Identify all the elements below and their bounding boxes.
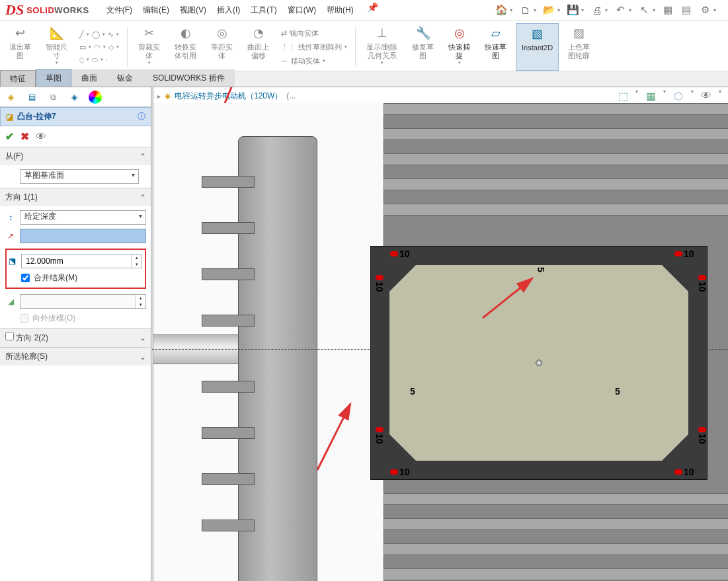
menu-file[interactable]: 文件(F) — [102, 2, 136, 19]
tab-plugins[interactable]: SOLIDWORKS 插件 — [143, 69, 235, 87]
draft-outward-checkbox — [20, 314, 28, 323]
panel-splitter[interactable] — [151, 87, 153, 581]
menu-tool[interactable]: 工具(T) — [247, 2, 280, 19]
rebuild-icon[interactable]: ▦ — [662, 4, 674, 16]
menu-edit[interactable]: 编辑(E) — [139, 2, 173, 19]
draft-angle-input[interactable]: ▴▾ — [20, 294, 146, 309]
dimension-label[interactable]: 10 — [697, 427, 708, 444]
appearance-tab-icon[interactable] — [89, 91, 102, 104]
hide-show-icon[interactable]: 👁 — [699, 89, 713, 103]
menu-window[interactable]: 窗口(W) — [284, 2, 320, 19]
trim-entities-button[interactable]: ✂剪裁实 体▾ — [133, 23, 165, 71]
dimxpert-tab-icon[interactable]: ◈ — [67, 91, 81, 104]
surface-offset-button[interactable]: ◔曲面上 偏移 — [242, 23, 274, 71]
convert-entities-button[interactable]: ◐转换实 体引用 — [169, 23, 202, 71]
select-icon[interactable]: ↖ — [638, 4, 650, 16]
annotation-arrow — [218, 87, 271, 112]
print-icon[interactable]: 🖨 — [590, 4, 602, 16]
grid-icon[interactable]: ▤ — [680, 4, 692, 16]
dimension-label[interactable]: 10 — [697, 275, 708, 292]
feature-tree-tab-icon[interactable]: ◈ — [4, 91, 17, 104]
direction1-section-header[interactable]: 方向 1(1)⌃ — [0, 188, 151, 206]
annotation-highlight-box: ⬔ ▴▾ 合并结果(M) — [5, 249, 146, 289]
merge-result-label: 合并结果(M) — [34, 272, 77, 284]
extrude-boss-icon: ◪ — [6, 112, 13, 122]
ribbon: ↩退出草 图 📐智能尺 寸▾ ╱▾◯▾∿▾ ▭▾◠▾◇▾ ⬯▾⬭▾· ✂剪裁实 … — [0, 20, 728, 71]
end-condition-select[interactable]: 给定深度 — [20, 210, 146, 225]
menu-pin-icon[interactable]: 📌 — [367, 2, 378, 19]
direction2-checkbox[interactable] — [5, 332, 14, 340]
undo-icon[interactable]: ↶ — [614, 4, 626, 16]
command-tabstrip: 特征 草图 曲面 钣金 SOLIDWORKS 插件 — [0, 71, 728, 87]
dimension-label[interactable]: 10 — [390, 467, 410, 477]
menu-insert[interactable]: 插入(I) — [213, 2, 244, 19]
breadcrumb-arrow-icon[interactable]: ▸ — [157, 93, 161, 100]
selected-contours-header[interactable]: 所选轮廓(S)⌄ — [0, 348, 151, 366]
new-icon[interactable]: 🏠 — [495, 4, 507, 16]
smart-dimension-button[interactable]: 📐智能尺 寸▾ — [40, 23, 73, 71]
feature-title-bar: ◪凸台-拉伸7 ⓘ — [0, 107, 151, 126]
fin-protrusion — [202, 176, 255, 188]
display-style-icon[interactable]: ▦ — [643, 89, 658, 103]
folder-open-icon[interactable]: 📂 — [543, 4, 555, 16]
end-plate-geometry — [238, 136, 317, 581]
annotation-arrow — [311, 397, 364, 479]
direction-vector-field[interactable] — [20, 229, 146, 243]
save-icon[interactable]: 💾 — [567, 4, 579, 16]
offset-entities-button[interactable]: ◎等距实 体 — [206, 23, 238, 71]
quick-snap-button[interactable]: ◎快速捕 捉▾ — [443, 23, 475, 71]
config-tab-icon[interactable]: ⧉ — [46, 91, 60, 104]
orientation-icon[interactable]: ⬚ — [616, 89, 630, 103]
scene-icon[interactable]: ⬡ — [671, 89, 686, 103]
repair-sketch-button[interactable]: 🔧修复草 图 — [407, 23, 439, 71]
draft-icon[interactable]: ◢ — [5, 296, 16, 307]
fin-protrusion — [202, 473, 255, 485]
settings-icon[interactable]: ⚙ — [699, 4, 711, 16]
dimension-label[interactable]: 10 — [674, 249, 694, 259]
dimension-label[interactable]: 10 — [374, 275, 385, 292]
tab-surface[interactable]: 曲面 — [71, 69, 107, 87]
svg-line-2 — [317, 404, 350, 470]
direction2-section-header[interactable]: 方向 2(2)⌄ — [0, 329, 151, 347]
exit-sketch-button[interactable]: ↩退出草 图 — [4, 23, 36, 71]
draft-spinner[interactable]: ▴▾ — [135, 295, 145, 308]
graphics-viewport[interactable]: ▸ ◈ 电容运转异步电动机（120W） (... ⬚▾ ▦▾ ⬡▾ 👁▾ — [152, 87, 728, 581]
svg-line-0 — [225, 87, 258, 103]
show-relations-button[interactable]: ⊥显示/删除 几何关系▾ — [361, 23, 403, 71]
tab-sketch[interactable]: 草图 — [36, 69, 71, 87]
dimension-label[interactable]: 5 — [410, 386, 415, 397]
tab-feature[interactable]: 特征 — [0, 70, 36, 87]
fin-protrusion — [202, 520, 255, 531]
merge-result-checkbox[interactable] — [21, 274, 30, 282]
dimension-label[interactable]: 10 — [374, 427, 385, 444]
annotation-arrow — [476, 272, 542, 327]
from-plane-select[interactable]: 草图基准面 — [20, 169, 139, 184]
ok-button[interactable]: ✔ — [5, 130, 14, 143]
tab-sheetmetal[interactable]: 钣金 — [107, 69, 143, 87]
dimension-label[interactable]: 10 — [674, 467, 694, 477]
property-tab-icon[interactable]: ▤ — [25, 91, 38, 104]
dimension-label[interactable]: 5 — [615, 386, 620, 397]
shaded-contour-button[interactable]: ▨上色草 图轮廓 — [563, 23, 595, 71]
sketch-line-tools[interactable]: ╱▾◯▾∿▾ ▭▾◠▾◇▾ ⬯▾⬭▾· — [77, 23, 122, 71]
rapid-sketch-button[interactable]: ▱快速草 图 — [479, 23, 512, 71]
instant2d-button[interactable]: ▧Instant2D — [516, 23, 559, 71]
from-section-header[interactable]: 从(F)⌃ — [0, 147, 151, 165]
fin-protrusion — [202, 381, 255, 393]
depth-value-field[interactable] — [22, 254, 131, 268]
model-canvas[interactable]: 10 10 10 10 10 10 10 10 5 5 5 — [152, 103, 728, 581]
pattern-mini-group[interactable]: ⇄镜向实体 ⋮⋮线性草图阵列▾ ↔移动实体▾ — [278, 23, 350, 71]
depth-input[interactable]: ▴▾ — [21, 254, 142, 268]
dimension-label[interactable]: 10 — [390, 249, 410, 259]
svg-line-1 — [483, 278, 532, 318]
depth-spinner[interactable]: ▴▾ — [131, 254, 142, 268]
reverse-direction-icon[interactable]: ↕ — [5, 212, 16, 223]
menubar: 文件(F) 编辑(E) 视图(V) 插入(I) 工具(T) 窗口(W) 帮助(H… — [102, 2, 378, 19]
open-icon[interactable]: 🗋 — [519, 4, 531, 16]
help-icon[interactable]: ⓘ — [138, 111, 145, 122]
preview-toggle-icon[interactable]: 👁 — [36, 131, 46, 143]
direction-vector-icon[interactable]: ↗ — [5, 231, 16, 241]
menu-view[interactable]: 视图(V) — [176, 2, 210, 19]
menu-help[interactable]: 帮助(H) — [323, 2, 358, 19]
cancel-button[interactable]: ✖ — [20, 130, 29, 143]
